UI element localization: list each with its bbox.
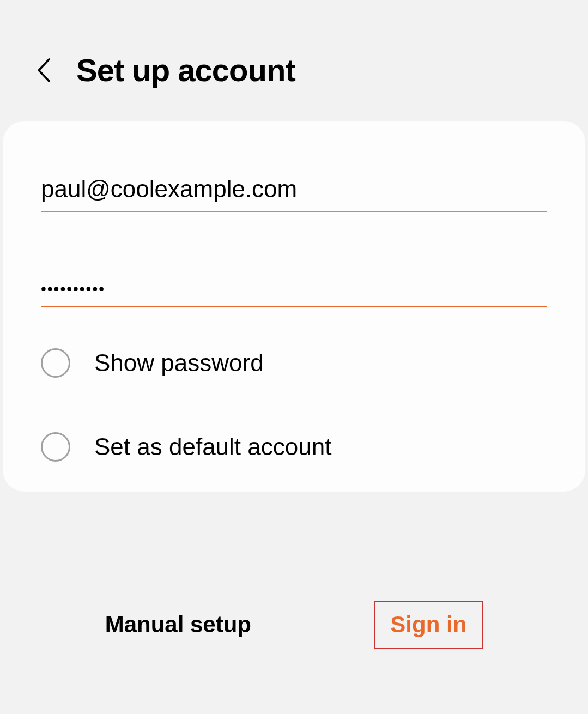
email-field[interactable]: [41, 167, 547, 212]
manual-setup-button[interactable]: Manual setup: [105, 612, 251, 638]
chevron-left-icon: [35, 57, 52, 84]
page-title: Set up account: [76, 52, 295, 88]
show-password-row[interactable]: Show password: [41, 348, 547, 378]
show-password-checkbox[interactable]: [41, 348, 70, 378]
default-account-row[interactable]: Set as default account: [41, 432, 547, 462]
back-button[interactable]: [33, 57, 54, 84]
default-account-checkbox[interactable]: [41, 432, 70, 462]
bottom-actions: Manual setup Sign in: [0, 601, 588, 649]
show-password-label: Show password: [94, 349, 264, 377]
sign-in-button[interactable]: Sign in: [374, 601, 483, 649]
header: Set up account: [0, 0, 588, 116]
sign-in-label: Sign in: [390, 612, 466, 638]
password-field[interactable]: [41, 272, 547, 307]
form-card: Show password Set as default account: [3, 121, 585, 492]
default-account-label: Set as default account: [94, 433, 331, 461]
